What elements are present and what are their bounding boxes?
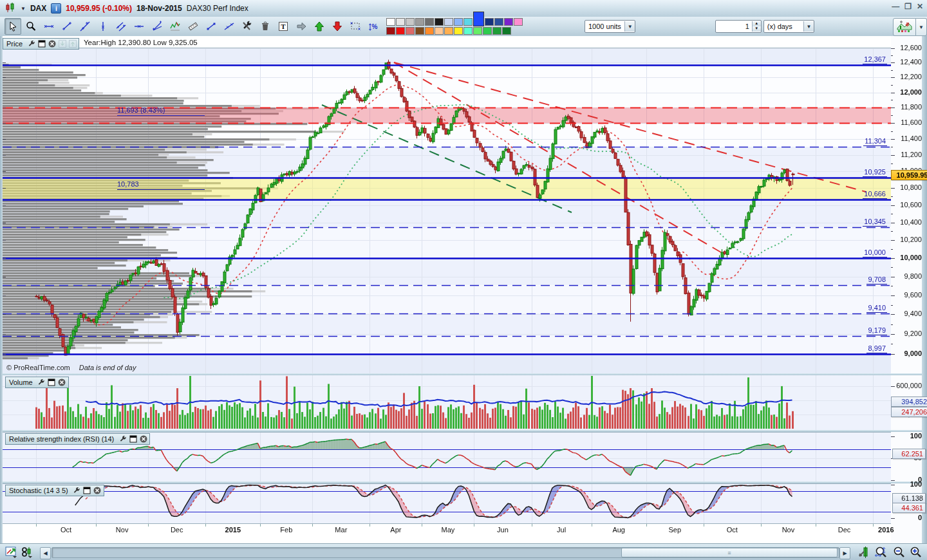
color-swatch[interactable]: [444, 27, 453, 35]
color-swatch[interactable]: [396, 27, 405, 35]
minimize-button[interactable]: —: [892, 2, 899, 11]
color-swatch[interactable]: [425, 27, 434, 35]
color-swatch[interactable]: [435, 27, 444, 35]
horizontal-line-tool-button[interactable]: [131, 18, 147, 35]
share-chart-icon[interactable]: [5, 546, 18, 559]
rsi-close-icon[interactable]: [139, 435, 147, 443]
price-window-icon[interactable]: [37, 40, 46, 48]
interval-down-arrow[interactable]: ▼: [753, 26, 761, 32]
color-swatch[interactable]: [464, 27, 473, 35]
price-axis-canvas[interactable]: [891, 36, 922, 543]
panel-separator[interactable]: [3, 430, 922, 432]
color-swatch[interactable]: [406, 18, 415, 26]
buy-arrow-tool-button[interactable]: [311, 18, 328, 35]
color-swatch[interactable]: [494, 18, 503, 26]
panel-separator[interactable]: [3, 373, 922, 375]
instrument-symbol[interactable]: DAX: [30, 4, 46, 13]
zoom-fit-icon[interactable]: [874, 546, 887, 559]
color-swatch[interactable]: [454, 27, 463, 35]
eraser-tool-button[interactable]: [257, 18, 274, 35]
color-swatch[interactable]: [473, 27, 482, 35]
vertical-line-tool-button[interactable]: [95, 18, 111, 35]
parallel-channel-tool-button[interactable]: [113, 18, 129, 35]
workspace-tool-icon[interactable]: [857, 546, 870, 559]
forward-arrow-tool-button[interactable]: [293, 18, 310, 35]
color-swatch[interactable]: [485, 18, 494, 26]
info-icon[interactable]: i: [51, 3, 61, 14]
price-panel-title: Price: [6, 40, 23, 48]
stochastic-settings-wrench-icon[interactable]: [73, 487, 81, 495]
timeframe-select[interactable]: (x) days ▼: [763, 20, 814, 33]
last-price-badge: 10,959.95: [891, 170, 927, 180]
instrument-dropdown-arrow[interactable]: ▼: [21, 6, 26, 12]
color-swatch[interactable]: [386, 18, 395, 26]
stochastic-close-icon[interactable]: [93, 487, 102, 495]
timeframe-dropdown-arrow[interactable]: ▼: [803, 21, 814, 32]
color-swatch[interactable]: [386, 27, 395, 35]
time-scrollbar-thumb[interactable]: ≡: [621, 548, 838, 557]
copyright-note: © ProRealTime.comData is end of day: [6, 364, 136, 371]
trendline-tool-button[interactable]: [221, 18, 238, 35]
zoom-out-icon[interactable]: [892, 546, 905, 559]
text-tool-button[interactable]: T: [275, 18, 292, 35]
x-axis-month-label: Nov: [116, 526, 129, 534]
measure-segment-tool-button[interactable]: [203, 18, 220, 35]
price-axis-tick-label: 11,400: [901, 135, 922, 142]
percent-scale-tool-button[interactable]: %: [365, 18, 382, 35]
price-axis-tick-label: 10,200: [900, 236, 922, 243]
horizontal-segment-tool-button[interactable]: [41, 18, 57, 35]
pattern-detector-tool-button[interactable]: [167, 18, 183, 35]
ruler-tool-button[interactable]: [185, 18, 201, 35]
color-swatch[interactable]: [473, 12, 484, 26]
interval-spinner[interactable]: 1 ▲ ▼: [715, 20, 762, 33]
price-move-down-icon: [58, 40, 66, 48]
zoom-box-tool-button[interactable]: [347, 18, 364, 35]
color-swatch[interactable]: [504, 18, 513, 26]
stochastic-window-icon[interactable]: [83, 487, 91, 495]
volume-window-icon[interactable]: [48, 378, 56, 387]
color-swatch[interactable]: [483, 27, 492, 35]
color-swatch[interactable]: [415, 27, 424, 35]
chart-style-button[interactable]: [893, 18, 916, 36]
interval-up-arrow[interactable]: ▲: [753, 21, 761, 26]
volume-panel-header: Volume: [5, 377, 69, 388]
scroll-right-arrow[interactable]: ▶: [839, 547, 850, 559]
color-swatch[interactable]: [502, 27, 511, 35]
price-close-icon[interactable]: [48, 40, 56, 48]
line-tool-button[interactable]: [77, 18, 93, 35]
scroll-left-arrow[interactable]: ◀: [40, 547, 51, 559]
magnifier-tool-button[interactable]: [23, 18, 39, 35]
rsi-window-icon[interactable]: [129, 435, 137, 443]
color-swatch[interactable]: [492, 27, 501, 35]
sell-arrow-tool-button[interactable]: [329, 18, 346, 35]
color-swatch[interactable]: [425, 18, 434, 26]
segment-tool-button[interactable]: [59, 18, 75, 35]
color-swatch[interactable]: [396, 18, 405, 26]
color-swatch[interactable]: [514, 18, 523, 26]
color-swatch[interactable]: [454, 18, 463, 26]
link-instrument-icon[interactable]: [21, 546, 33, 559]
x-axis-month-label: Jun: [497, 526, 509, 534]
color-swatch[interactable]: [464, 18, 473, 26]
price-level-label: 9,179: [866, 326, 887, 335]
color-swatch[interactable]: [435, 18, 444, 26]
zoom-in-icon[interactable]: [909, 546, 922, 559]
tools-tool-button[interactable]: [239, 18, 256, 35]
x-axis-month-label: Aug: [612, 526, 625, 534]
volume-settings-wrench-icon[interactable]: [37, 378, 46, 387]
color-swatch[interactable]: [415, 18, 424, 26]
restore-button[interactable]: ❐: [904, 2, 912, 11]
pointer-tool-button[interactable]: [5, 18, 21, 35]
close-button[interactable]: ✕: [917, 2, 923, 11]
units-select[interactable]: 1000 units ▼: [585, 20, 635, 33]
chart-style-dropdown-arrow[interactable]: ▼: [916, 18, 927, 36]
color-swatch[interactable]: [444, 18, 453, 26]
fan-lines-tool-button[interactable]: [149, 18, 165, 35]
rsi-settings-wrench-icon[interactable]: [118, 435, 127, 443]
time-scrollbar-track[interactable]: ≡: [52, 547, 839, 558]
panel-separator[interactable]: [3, 481, 922, 483]
color-swatch[interactable]: [406, 27, 415, 35]
volume-close-icon[interactable]: [58, 378, 66, 387]
price-settings-wrench-icon[interactable]: [27, 40, 35, 48]
units-dropdown-arrow[interactable]: ▼: [624, 21, 635, 32]
